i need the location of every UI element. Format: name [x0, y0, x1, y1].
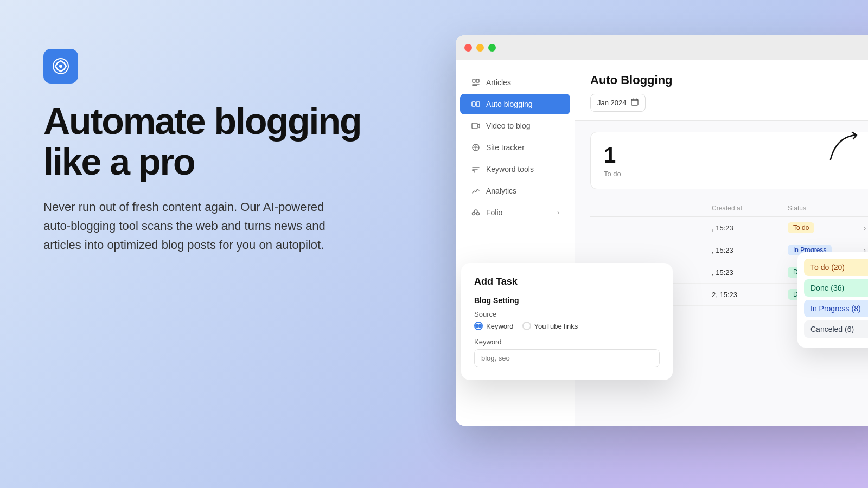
keyword-radio[interactable]: Keyword: [474, 322, 514, 330]
close-button[interactable]: [464, 44, 472, 52]
chevron-right-icon: ›: [557, 209, 559, 216]
analytics-icon: [471, 186, 481, 196]
badge-todo: To do: [788, 222, 814, 233]
sidebar-item-keyword-label: Keyword tools: [486, 165, 534, 174]
sidebar-item-folio-label: Folio: [486, 208, 502, 217]
col-created: Created at: [712, 204, 788, 212]
sidebar-item-video-to-blog[interactable]: Video to blog: [460, 115, 570, 136]
source-label: Source: [474, 310, 660, 318]
svg-point-9: [477, 213, 480, 215]
sidebar-item-analytics-label: Analytics: [486, 187, 516, 195]
row-created: , 15:23: [712, 246, 788, 254]
app-logo: [43, 49, 78, 84]
col-actions: [864, 204, 868, 212]
source-radio-group: Keyword YouTube links: [474, 322, 660, 330]
browser-titlebar: [456, 35, 868, 60]
col-name: [590, 204, 712, 212]
youtube-radio[interactable]: YouTube links: [522, 322, 578, 330]
headline: Automate blogging like a pro: [43, 101, 396, 182]
stat-label: To do: [604, 170, 868, 178]
svg-rect-5: [472, 123, 477, 129]
youtube-radio-label: YouTube links: [534, 322, 578, 330]
keyword-icon: [471, 164, 481, 174]
popup-inprogress[interactable]: In Progress (8): [804, 300, 868, 317]
keyword-radio-label: Keyword: [486, 322, 514, 330]
date-filter-value: Jan 2024: [597, 99, 627, 107]
sidebar-item-auto-blogging-label: Auto blogging: [486, 100, 533, 108]
modal-title: Add Task: [474, 276, 660, 287]
stat-card-todo: 1 To do: [590, 132, 868, 189]
col-status: Status: [788, 204, 864, 212]
radio-dot-youtube: [522, 322, 531, 330]
row-created: , 15:23: [712, 224, 788, 232]
popup-todo[interactable]: To do (20): [804, 259, 868, 276]
svg-rect-4: [476, 102, 480, 106]
main-header: Auto Blogging Jan 2024: [575, 60, 868, 121]
sidebar-item-site-tracker[interactable]: Site tracker: [460, 137, 570, 158]
left-section: Automate blogging like a pro Never run o…: [43, 49, 396, 254]
sidebar-item-keyword-tools[interactable]: Keyword tools: [460, 159, 570, 179]
maximize-button[interactable]: [488, 44, 496, 52]
sidebar-item-video-label: Video to blog: [486, 121, 530, 130]
svg-rect-3: [472, 102, 475, 106]
minimize-button[interactable]: [476, 44, 484, 52]
table-row: , 15:23 To do ›: [590, 217, 868, 239]
blog-setting-title: Blog Setting: [474, 296, 660, 305]
svg-rect-10: [631, 99, 638, 105]
popup-canceled[interactable]: Canceled (6): [804, 320, 868, 338]
keyword-input[interactable]: [474, 349, 660, 367]
svg-rect-2: [476, 79, 479, 82]
sidebar-item-articles[interactable]: Articles: [460, 72, 570, 93]
row-action[interactable]: ›: [864, 224, 868, 232]
row-created: 2, 15:23: [712, 291, 788, 299]
sidebar-item-analytics[interactable]: Analytics: [460, 181, 570, 201]
calendar-icon: [631, 98, 639, 107]
svg-point-0: [59, 65, 62, 68]
video-icon: [471, 121, 481, 131]
table-header: Created at Status: [590, 200, 868, 217]
svg-point-8: [473, 213, 475, 215]
arrow-decoration: [825, 127, 868, 167]
popup-done[interactable]: Done (36): [804, 279, 868, 297]
browser-window: Articles Auto blogging: [456, 35, 868, 426]
row-created: , 15:23: [712, 268, 788, 277]
sidebar-item-folio[interactable]: Folio ›: [460, 202, 570, 223]
site-tracker-icon: [471, 143, 481, 152]
date-filter[interactable]: Jan 2024: [590, 94, 646, 112]
svg-rect-1: [473, 79, 475, 82]
main-title: Auto Blogging: [590, 73, 868, 87]
auto-blogging-icon: [471, 99, 481, 109]
stats-area: 1 To do: [575, 121, 868, 200]
sidebar-item-auto-blogging[interactable]: Auto blogging: [460, 94, 570, 114]
sidebar-item-articles-label: Articles: [486, 78, 511, 87]
add-task-modal: Add Task Blog Setting Source Keyword You…: [461, 263, 673, 380]
folio-icon: [471, 208, 481, 217]
status-badge: To do: [788, 222, 864, 233]
articles-icon: [471, 78, 481, 87]
keyword-label: Keyword: [474, 338, 660, 346]
subtitle: Never run out of fresh content again. Ou…: [43, 197, 347, 255]
radio-dot-keyword: [474, 322, 483, 330]
stats-popup: To do (20) Done (36) In Progress (8) Can…: [797, 252, 868, 348]
sidebar-item-site-tracker-label: Site tracker: [486, 143, 525, 152]
